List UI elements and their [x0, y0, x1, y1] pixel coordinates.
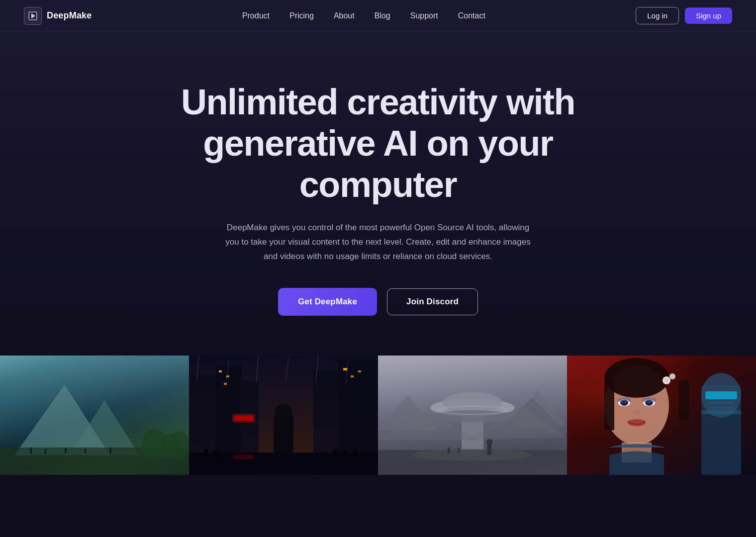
- svg-rect-9: [65, 448, 67, 453]
- hero-buttons: Get DeepMake Join Discord: [278, 288, 478, 316]
- brand-name: DeepMake: [47, 10, 92, 21]
- nav-item-blog[interactable]: Blog: [375, 11, 390, 20]
- login-button[interactable]: Log in: [636, 7, 679, 24]
- svg-rect-65: [604, 380, 614, 430]
- svg-point-71: [617, 398, 631, 403]
- gallery-item-1: [0, 356, 189, 475]
- logo-icon: [24, 7, 42, 25]
- svg-point-14: [168, 431, 189, 459]
- svg-point-72: [642, 398, 656, 403]
- nav-actions: Log in Sign up: [636, 7, 732, 24]
- logo[interactable]: DeepMake: [24, 7, 92, 25]
- gallery-item-3: [378, 356, 567, 475]
- nav-item-support[interactable]: Support: [410, 11, 438, 20]
- nav-item-product[interactable]: Product: [242, 11, 270, 20]
- nav-item-contact[interactable]: Contact: [458, 11, 485, 20]
- svg-rect-58: [458, 448, 460, 453]
- nav-links: Product Pricing About Blog Support Conta…: [242, 11, 485, 20]
- svg-rect-21: [219, 370, 222, 372]
- svg-point-54: [413, 449, 532, 461]
- svg-rect-81: [705, 391, 737, 399]
- join-discord-button[interactable]: Join Discord: [387, 288, 478, 315]
- svg-rect-7: [30, 448, 32, 453]
- svg-point-73: [633, 410, 641, 415]
- svg-point-76: [669, 373, 675, 379]
- svg-rect-57: [448, 448, 450, 453]
- hero-section: Unlimited creativity with generative AI …: [0, 32, 756, 356]
- svg-rect-26: [358, 370, 361, 372]
- svg-point-56: [486, 439, 492, 446]
- svg-rect-41: [333, 448, 337, 458]
- hero-subtitle: DeepMake gives you control of the most p…: [219, 221, 537, 264]
- svg-rect-24: [343, 368, 347, 370]
- svg-rect-40: [214, 450, 217, 459]
- nav-item-pricing[interactable]: Pricing: [289, 11, 314, 20]
- nav-item-about[interactable]: About: [334, 11, 355, 20]
- navbar: DeepMake Product Pricing About Blog Supp…: [0, 0, 756, 32]
- svg-point-77: [665, 379, 668, 382]
- svg-rect-8: [45, 449, 46, 454]
- svg-rect-27: [234, 415, 254, 421]
- signup-button[interactable]: Sign up: [685, 7, 732, 24]
- svg-rect-10: [85, 448, 86, 453]
- svg-rect-25: [351, 375, 354, 377]
- svg-rect-84: [701, 410, 741, 414]
- get-deepmake-button[interactable]: Get DeepMake: [278, 288, 377, 316]
- svg-rect-11: [109, 448, 111, 453]
- svg-point-32: [275, 404, 292, 422]
- gallery-item-2: [189, 356, 378, 475]
- gallery-item-4: [567, 356, 756, 475]
- svg-rect-43: [353, 449, 357, 459]
- svg-rect-66: [679, 380, 689, 420]
- svg-rect-30: [234, 455, 254, 459]
- svg-rect-42: [343, 450, 347, 459]
- svg-marker-1: [31, 13, 35, 18]
- gallery: [0, 356, 756, 475]
- svg-point-74: [628, 419, 646, 426]
- hero-title: Unlimited creativity with generative AI …: [154, 82, 602, 205]
- svg-rect-22: [226, 375, 229, 377]
- svg-rect-55: [487, 444, 491, 455]
- svg-rect-39: [204, 449, 208, 459]
